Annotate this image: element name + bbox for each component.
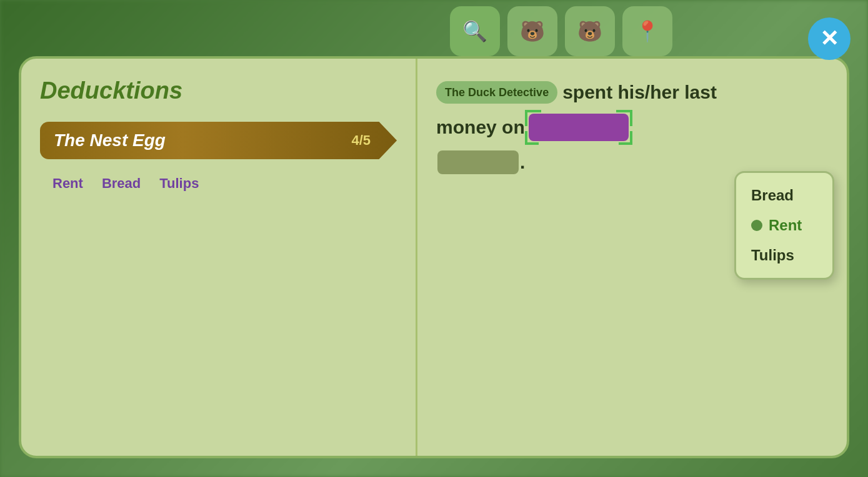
text-spent: spent his/her last (562, 77, 717, 107)
rent-selected-dot (751, 220, 762, 231)
text-line-1: The Duck Detective spent his/her last (436, 77, 828, 107)
quest-options: Rent Bread Tulips (40, 170, 397, 197)
deduction-text: The Duck Detective spent his/her last mo… (436, 77, 828, 177)
dropdown-item-tulips[interactable]: Tulips (736, 240, 832, 270)
bread-label: Bread (751, 187, 794, 204)
left-pane: Deducktions The Nest Egg 4/5 Rent Bread … (21, 59, 417, 456)
tulips-label: Tulips (751, 247, 794, 264)
corner-bl-icon (525, 131, 539, 145)
subject-badge: The Duck Detective (436, 81, 557, 104)
quest-progress: 4/5 (351, 132, 371, 149)
toolbar-search-button[interactable]: 🔍 (450, 6, 500, 56)
main-panel: Deducktions The Nest Egg 4/5 Rent Bread … (19, 56, 849, 458)
quest-option-rent[interactable]: Rent (52, 175, 83, 192)
corner-br-icon (619, 131, 632, 145)
text-period: . (520, 147, 525, 177)
right-pane: The Duck Detective spent his/her last mo… (417, 59, 847, 456)
quest-option-tulips[interactable]: Tulips (159, 175, 199, 192)
text-money-on: money on (436, 112, 525, 142)
toolbar-map-button[interactable]: 📍 (622, 6, 672, 56)
toolbar: 🔍 🐻 🐻 📍 (450, 6, 672, 56)
quest-option-bread[interactable]: Bread (102, 175, 141, 192)
toolbar-character2-button[interactable]: 🐻 (565, 6, 615, 56)
dropdown-item-bread[interactable]: Bread (736, 180, 832, 210)
quest-banner[interactable]: The Nest Egg 4/5 (40, 122, 397, 159)
dropdown-menu: Bread Rent Tulips (734, 171, 834, 280)
fill-slot-main[interactable] (529, 114, 629, 141)
dropdown-item-rent[interactable]: Rent (736, 210, 832, 240)
text-line-2: money on (436, 112, 828, 142)
close-button[interactable]: ✕ (808, 17, 851, 60)
fill-slot-secondary[interactable] (437, 150, 519, 174)
toolbar-character1-button[interactable]: 🐻 (507, 6, 557, 56)
rent-label: Rent (769, 217, 802, 234)
quest-name: The Nest Egg (54, 130, 166, 150)
panel-title: Deducktions (40, 77, 397, 104)
